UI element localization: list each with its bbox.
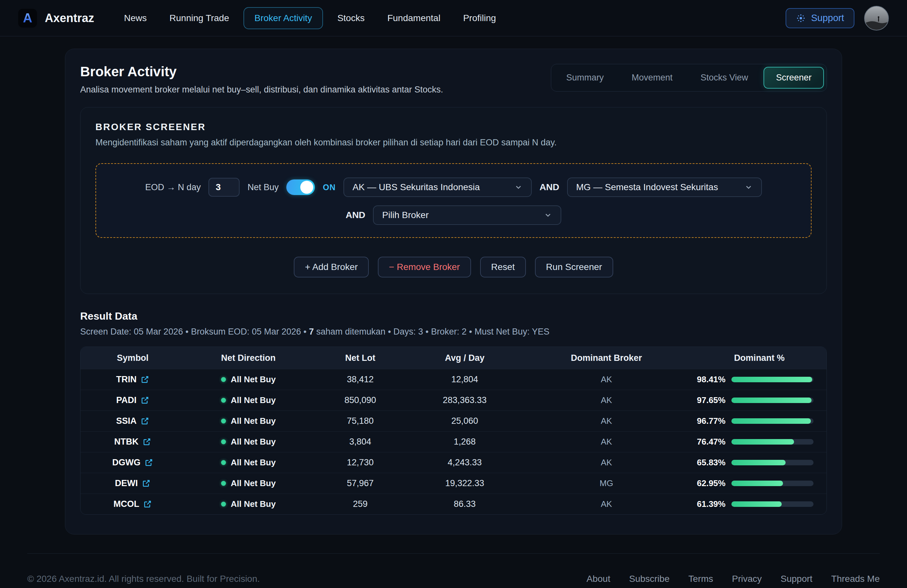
- dotted-sun-icon: [796, 13, 806, 23]
- dominant-pct-cell: 61.39%: [692, 499, 827, 509]
- symbol-text: MCOL: [114, 499, 139, 509]
- remove-broker-button[interactable]: − Remove Broker: [378, 257, 471, 278]
- net-direction-cell: All Net Buy: [185, 416, 312, 426]
- add-broker-button[interactable]: + Add Broker: [294, 257, 369, 278]
- dominant-pct-cell: 62.95%: [692, 478, 827, 488]
- net-direction-text: All Net Buy: [231, 478, 276, 488]
- footer-links: About Subscribe Terms Privacy Support Th…: [587, 574, 880, 584]
- avatar-photo: [865, 6, 888, 30]
- table-row: NTBK All Net Buy 3,804 1,268 AK 76.47%: [80, 431, 827, 452]
- dominant-pct-bar: [731, 481, 814, 486]
- broker-select-2[interactable]: MG — Semesta Indovest Sekuritas: [567, 177, 762, 197]
- footer-link-support[interactable]: Support: [781, 574, 812, 584]
- broker-select-3[interactable]: Pilih Broker: [373, 205, 561, 225]
- reset-button[interactable]: Reset: [480, 257, 526, 278]
- nav-item-stocks[interactable]: Stocks: [329, 7, 373, 29]
- n-day-input[interactable]: [208, 178, 240, 197]
- table-row: MCOL All Net Buy 259 86.33 AK 61.39%: [80, 494, 827, 514]
- broker-select-1-value: AK — UBS Sekuritas Indonesia: [353, 182, 480, 192]
- col-dominant-pct: Dominant %: [692, 353, 827, 363]
- dominant-pct-bar: [731, 439, 814, 444]
- tab-movement[interactable]: Movement: [619, 67, 685, 89]
- net-direction-text: All Net Buy: [231, 499, 276, 509]
- net-buy-dot-icon: [221, 419, 226, 423]
- net-direction-text: All Net Buy: [231, 457, 276, 468]
- net-lot-cell: 3,804: [312, 437, 409, 447]
- net-buy-toggle[interactable]: [286, 179, 315, 195]
- dominant-pct-text: 76.47%: [697, 437, 726, 447]
- net-lot-cell: 75,180: [312, 416, 409, 426]
- brand-logo-icon: A: [18, 9, 37, 27]
- dominant-pct-cell: 65.83%: [692, 457, 827, 468]
- avg-day-cell: 25,060: [409, 416, 521, 426]
- symbol-link[interactable]: NTBK: [80, 437, 185, 447]
- chevron-down-icon: [544, 211, 552, 219]
- nav-item-news[interactable]: News: [115, 7, 155, 29]
- view-tabs: Summary Movement Stocks View Screener: [551, 64, 827, 91]
- dominant-broker-cell: AK: [521, 437, 692, 447]
- symbol-link[interactable]: PADI: [80, 395, 185, 405]
- col-avg-day: Avg / Day: [409, 353, 521, 363]
- nav-item-fundamental[interactable]: Fundamental: [379, 7, 449, 29]
- net-buy-dot-icon: [221, 481, 226, 486]
- net-lot-cell: 259: [312, 499, 409, 509]
- symbol-link[interactable]: SSIA: [80, 416, 185, 426]
- run-screener-button[interactable]: Run Screener: [535, 257, 613, 278]
- net-buy-dot-icon: [221, 502, 226, 507]
- table-row: PADI All Net Buy 850,090 283,363.33 AK 9…: [80, 390, 827, 411]
- table-row: TRIN All Net Buy 38,412 12,804 AK 98.41%: [80, 369, 827, 390]
- dominant-broker-cell: AK: [521, 374, 692, 385]
- net-lot-cell: 38,412: [312, 374, 409, 385]
- net-buy-dot-icon: [221, 377, 226, 382]
- symbol-text: PADI: [116, 395, 137, 405]
- footer-link-subscribe[interactable]: Subscribe: [629, 574, 670, 584]
- net-direction-cell: All Net Buy: [185, 499, 312, 509]
- symbol-text: SSIA: [116, 416, 137, 426]
- table-row: SSIA All Net Buy 75,180 25,060 AK 96.77%: [80, 411, 827, 431]
- nav-item-running-trade[interactable]: Running Trade: [161, 7, 238, 29]
- dominant-pct-bar: [731, 460, 814, 465]
- nav-item-broker-activity[interactable]: Broker Activity: [244, 7, 323, 29]
- net-lot-cell: 12,730: [312, 457, 409, 468]
- symbol-link[interactable]: DEWI: [80, 478, 185, 488]
- tab-summary[interactable]: Summary: [554, 67, 616, 89]
- dominant-pct-cell: 76.47%: [692, 437, 827, 447]
- result-data-title: Result Data: [80, 310, 827, 322]
- brand-logo-letter: A: [23, 11, 32, 25]
- symbol-link[interactable]: TRIN: [80, 374, 185, 385]
- screener-filter-box: EOD → N day Net Buy ON AK — UBS Sekurita…: [95, 163, 812, 238]
- tab-stocks-view[interactable]: Stocks View: [688, 67, 761, 89]
- dominant-pct-bar: [731, 377, 814, 382]
- symbol-link[interactable]: MCOL: [80, 499, 185, 509]
- result-meta-suffix: saham ditemukan • Days: 3 • Broker: 2 • …: [314, 327, 550, 337]
- user-avatar[interactable]: [864, 6, 889, 30]
- result-meta-prefix: Screen Date: 05 Mar 2026 • Broksum EOD: …: [80, 327, 309, 337]
- footer-link-threads-me[interactable]: Threads Me: [832, 574, 880, 584]
- top-nav: A Axentraz News Running Trade Broker Act…: [0, 0, 907, 36]
- net-direction-text: All Net Buy: [231, 374, 276, 385]
- support-button[interactable]: Support: [785, 8, 854, 28]
- symbol-link[interactable]: DGWG: [80, 457, 185, 468]
- chevron-down-icon: [744, 183, 753, 192]
- and-label-1: AND: [540, 182, 559, 192]
- nav-item-profiling[interactable]: Profiling: [455, 7, 505, 29]
- avg-day-cell: 283,363.33: [409, 395, 521, 405]
- symbol-text: DEWI: [115, 478, 138, 488]
- screener-actions: + Add Broker − Remove Broker Reset Run S…: [95, 257, 812, 278]
- footer-link-about[interactable]: About: [587, 574, 610, 584]
- external-link-icon: [141, 396, 149, 405]
- symbol-text: DGWG: [112, 457, 141, 468]
- page-footer: © 2026 Axentraz.id. All rights reserved.…: [0, 553, 907, 588]
- broker-select-1[interactable]: AK — UBS Sekuritas Indonesia: [343, 177, 532, 197]
- tab-screener[interactable]: Screener: [763, 67, 824, 89]
- external-link-icon: [141, 375, 149, 384]
- external-link-icon: [144, 458, 153, 467]
- table-row: DGWG All Net Buy 12,730 4,243.33 AK 65.8…: [80, 452, 827, 473]
- footer-link-privacy[interactable]: Privacy: [732, 574, 762, 584]
- dominant-broker-cell: AK: [521, 416, 692, 426]
- footer-link-terms[interactable]: Terms: [688, 574, 713, 584]
- dominant-pct-text: 62.95%: [697, 478, 726, 488]
- nav-right: Support: [785, 6, 889, 30]
- brand-name: Axentraz: [45, 11, 94, 25]
- net-direction-cell: All Net Buy: [185, 478, 312, 488]
